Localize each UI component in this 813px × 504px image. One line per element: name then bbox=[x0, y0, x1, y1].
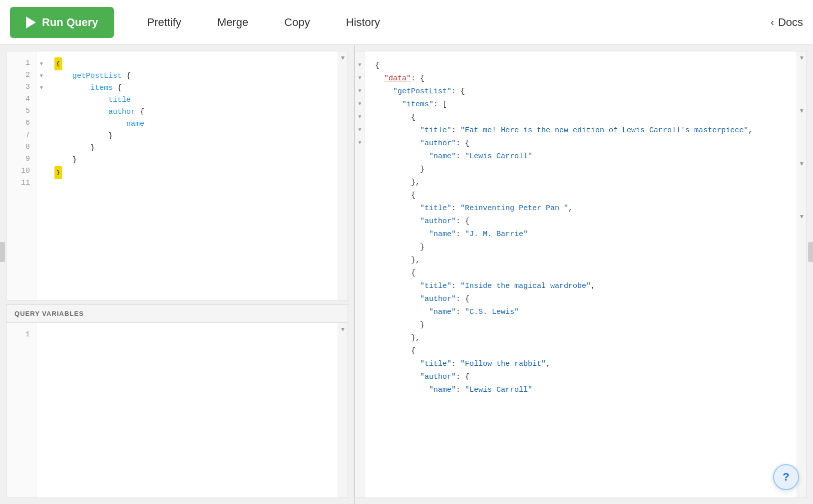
line-num-10: 10 bbox=[6, 165, 36, 177]
toolbar: Run Query Prettify Merge Copy History ‹ … bbox=[0, 0, 813, 45]
history-button[interactable]: History bbox=[328, 11, 398, 34]
run-query-button[interactable]: Run Query bbox=[10, 7, 114, 38]
line-num-2: 2 bbox=[6, 69, 36, 81]
json-scroll-down-2[interactable]: ▼ bbox=[799, 104, 805, 117]
json-line-24: "title": "Follow the rabbit", bbox=[375, 358, 787, 371]
json-collapse-arrows: ▼ ▼ ▼ ▼ ▼ ▼ ▼ bbox=[355, 51, 365, 498]
variables-scroll-indicator: ▼ bbox=[338, 323, 348, 498]
json-arrow-9[interactable]: ▼ bbox=[358, 136, 363, 149]
json-line-16: }, bbox=[375, 254, 787, 267]
code-line-5: author { bbox=[54, 106, 330, 118]
json-line-13: "author": { bbox=[375, 215, 787, 228]
var-line-num-1: 1 bbox=[6, 329, 36, 341]
var-collapse-arrows bbox=[36, 323, 46, 498]
json-line-17: { bbox=[375, 267, 787, 280]
collapse-arrow-6 bbox=[36, 117, 46, 129]
query-editor[interactable]: 1 2 3 4 5 6 7 8 9 10 11 ▼ ▼ ▼ bbox=[6, 51, 348, 300]
json-line-4: "items": [ bbox=[375, 98, 787, 111]
json-line-10: }, bbox=[375, 176, 787, 189]
line-num-8: 8 bbox=[6, 141, 36, 153]
code-line-4: title bbox=[54, 94, 330, 106]
line-num-4: 4 bbox=[6, 93, 36, 105]
json-line-25: "author": { bbox=[375, 371, 787, 384]
query-variables-header: QUERY VARIABLES bbox=[6, 305, 348, 323]
collapse-arrow-9 bbox=[36, 153, 46, 165]
code-line-6: name bbox=[54, 118, 330, 130]
collapse-arrow-1[interactable]: ▼ bbox=[36, 57, 46, 69]
left-panel: 1 2 3 4 5 6 7 8 9 10 11 ▼ ▼ ▼ bbox=[0, 45, 355, 504]
code-line-1: { bbox=[54, 57, 330, 70]
json-line-19: "author": { bbox=[375, 293, 787, 306]
var-scroll-down-arrow[interactable]: ▼ bbox=[340, 323, 346, 336]
query-variables-label: QUERY VARIABLES bbox=[14, 310, 84, 317]
line-num-9: 9 bbox=[6, 153, 36, 165]
json-arrow-8[interactable]: ▼ bbox=[358, 123, 363, 136]
json-line-15: } bbox=[375, 241, 787, 254]
json-arrow-6[interactable]: ▼ bbox=[358, 97, 363, 110]
line-num-7: 7 bbox=[6, 129, 36, 141]
prettify-button[interactable]: Prettify bbox=[129, 11, 199, 34]
json-line-20: "name": "C.S. Lewis" bbox=[375, 306, 787, 319]
fold-icon-10[interactable]: } bbox=[54, 166, 62, 179]
line-num-11: 11 bbox=[6, 177, 36, 189]
code-editor-content[interactable]: { getPostList { items { title author { n… bbox=[46, 51, 338, 300]
help-button[interactable]: ? bbox=[773, 464, 799, 490]
right-panel: ▼ ▼ ▼ ▼ ▼ ▼ ▼ { "data": { "getPostList":… bbox=[355, 51, 807, 498]
merge-button[interactable]: Merge bbox=[199, 11, 266, 34]
json-arrow-3[interactable]: ▼ bbox=[358, 71, 363, 84]
docs-label: Docs bbox=[778, 16, 803, 29]
json-scroll: ▼ ▼ ▼ ▼ bbox=[797, 51, 807, 498]
json-arrow-4[interactable]: ▼ bbox=[358, 84, 363, 97]
json-line-12: "title": "Reinventing Peter Pan ", bbox=[375, 202, 787, 215]
line-num-6: 6 bbox=[6, 117, 36, 129]
json-line-21: } bbox=[375, 319, 787, 332]
json-line-1: { bbox=[375, 59, 787, 72]
code-line-3: items { bbox=[54, 82, 330, 94]
query-variables-body[interactable]: 1 ▼ bbox=[6, 323, 348, 498]
json-line-23: { bbox=[375, 345, 787, 358]
code-line-9: } bbox=[54, 154, 330, 166]
fold-icon-1[interactable]: { bbox=[54, 57, 62, 70]
code-line-7: } bbox=[54, 130, 330, 142]
scroll-down-arrow[interactable]: ▼ bbox=[340, 51, 346, 64]
collapse-arrow-7 bbox=[36, 129, 46, 141]
line-num-5: 5 bbox=[6, 105, 36, 117]
json-line-2: "data": { bbox=[375, 72, 787, 85]
collapse-arrow-3[interactable]: ▼ bbox=[36, 81, 46, 93]
json-line-9: } bbox=[375, 163, 787, 176]
collapse-arrow-11 bbox=[36, 177, 46, 189]
code-line-2: getPostList { bbox=[54, 70, 330, 82]
collapse-arrow-10 bbox=[36, 165, 46, 177]
json-line-14: "name": "J. M. Barrie" bbox=[375, 228, 787, 241]
json-line-18: "title": "Inside the magical wardrobe", bbox=[375, 280, 787, 293]
json-scroll-down-3[interactable]: ▼ bbox=[799, 157, 805, 170]
docs-button[interactable]: ‹ Docs bbox=[771, 16, 803, 29]
left-resize-handle[interactable] bbox=[0, 242, 5, 262]
line-num-1: 1 bbox=[6, 57, 36, 69]
editor-scroll-indicator: ▼ bbox=[338, 51, 348, 300]
collapse-arrow-4 bbox=[36, 93, 46, 105]
line-numbers: 1 2 3 4 5 6 7 8 9 10 11 bbox=[6, 51, 36, 300]
play-icon bbox=[26, 16, 36, 28]
main-content: 1 2 3 4 5 6 7 8 9 10 11 ▼ ▼ ▼ bbox=[0, 45, 813, 504]
json-line-11: { bbox=[375, 189, 787, 202]
json-scroll-down-4[interactable]: ▼ bbox=[799, 210, 805, 223]
variables-editor-content[interactable] bbox=[46, 323, 338, 498]
json-arrow-7[interactable]: ▼ bbox=[358, 110, 363, 123]
run-query-label: Run Query bbox=[42, 16, 98, 29]
json-line-8: "name": "Lewis Carroll" bbox=[375, 150, 787, 163]
json-line-26: "name": "Lewis Carroll" bbox=[375, 384, 787, 397]
collapse-arrow-5 bbox=[36, 105, 46, 117]
json-scroll-down-1[interactable]: ▼ bbox=[799, 51, 805, 64]
json-arrow-1[interactable]: ▼ bbox=[358, 58, 363, 71]
json-line-5: { bbox=[375, 111, 787, 124]
right-resize-handle[interactable] bbox=[808, 242, 813, 262]
json-output[interactable]: { "data": { "getPostList": { "items": [ … bbox=[365, 51, 797, 498]
collapse-arrow-2[interactable]: ▼ bbox=[36, 69, 46, 81]
collapse-arrow-8 bbox=[36, 141, 46, 153]
query-variables-section: QUERY VARIABLES 1 ▼ bbox=[6, 304, 348, 498]
code-line-8: } bbox=[54, 142, 330, 154]
copy-button[interactable]: Copy bbox=[266, 11, 328, 34]
json-line-6: "title": "Eat me! Here is the new editio… bbox=[375, 124, 787, 137]
json-line-3: "getPostList": { bbox=[375, 85, 787, 98]
